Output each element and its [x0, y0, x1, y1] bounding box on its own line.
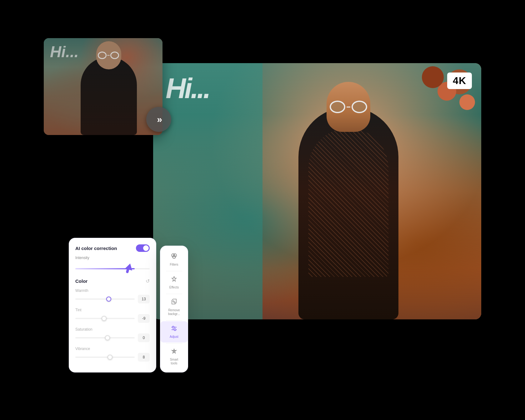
saturation-value: 0 — [138, 333, 150, 342]
before-wall-text: Hi... — [50, 43, 79, 61]
adjust-label: Adjust — [170, 335, 178, 339]
side-toolbar: Filters Effects Remove backgr... — [160, 246, 188, 372]
before-woman — [81, 57, 137, 135]
tint-thumb — [102, 316, 107, 321]
saturation-slider[interactable] — [75, 337, 135, 338]
svg-point-9 — [173, 351, 175, 352]
woman-head — [327, 82, 370, 132]
filters-icon — [171, 253, 178, 262]
smart-tools-icon — [171, 348, 178, 357]
toolbar-divider-1 — [166, 271, 182, 271]
tint-control: Tint -9 — [75, 308, 150, 323]
effects-icon — [171, 276, 178, 284]
toolbar-remove-bg[interactable]: Remove backgr... — [160, 295, 188, 320]
intensity-track — [75, 268, 150, 269]
saturation-thumb — [105, 335, 110, 340]
saturation-control: Saturation 0 — [75, 327, 150, 342]
color-correction-panel: AI color correction Intensity Color ↺ Wa… — [69, 238, 156, 372]
before-photo: Hi... — [44, 38, 162, 135]
toolbar-filters[interactable]: Filters — [160, 249, 188, 270]
reset-icon[interactable]: ↺ — [146, 278, 150, 284]
woman-glasses — [330, 99, 367, 115]
vibrance-control: Vibrance 8 — [75, 347, 150, 362]
warmth-label: Warmth — [75, 288, 150, 293]
before-after-arrow: » — [146, 107, 171, 132]
before-glasses — [98, 51, 120, 60]
tint-value: -9 — [138, 314, 150, 323]
remove-bg-icon — [171, 298, 178, 307]
svg-line-4 — [173, 300, 176, 303]
toolbar-adjust[interactable]: Adjust — [160, 321, 188, 342]
panel-header: AI color correction — [75, 244, 150, 252]
intensity-label: Intensity — [75, 256, 150, 260]
ai-color-toggle[interactable] — [136, 244, 150, 252]
remove-bg-label: Remove backgr... — [168, 308, 180, 316]
arrow-icon: » — [157, 114, 161, 125]
svg-point-8 — [174, 329, 176, 331]
adjust-icon — [171, 325, 178, 334]
warmth-value: 13 — [138, 295, 150, 303]
saturation-label: Saturation — [75, 327, 150, 332]
vibrance-thumb — [108, 355, 112, 360]
color-section-title: Color — [75, 278, 88, 284]
toolbar-smart-tools[interactable]: Smart tools — [160, 344, 188, 369]
smart-tools-label: Smart tools — [170, 358, 178, 365]
vibrance-label: Vibrance — [75, 347, 150, 351]
woman-figure — [270, 85, 427, 319]
vibrance-value: 8 — [138, 353, 150, 362]
effects-label: Effects — [169, 286, 179, 289]
warmth-thumb — [106, 297, 111, 302]
cursor-pointer-icon — [125, 262, 134, 271]
intensity-slider[interactable] — [75, 262, 150, 275]
toolbar-effects[interactable]: Effects — [160, 272, 188, 293]
before-head — [96, 41, 121, 69]
svg-line-3 — [172, 301, 175, 303]
4k-badge: 4K — [447, 72, 472, 89]
toolbar-divider-4 — [166, 343, 182, 343]
vibrance-slider[interactable] — [75, 357, 135, 358]
warmth-slider[interactable] — [75, 298, 135, 300]
wall-text-after: Hi... — [166, 72, 209, 105]
tint-slider[interactable] — [75, 318, 135, 319]
tint-label: Tint — [75, 308, 150, 312]
toggle-knob — [143, 245, 149, 251]
after-photo: Hi... — [153, 63, 481, 319]
svg-point-7 — [172, 326, 174, 328]
color-section-header: Color ↺ — [75, 278, 150, 284]
main-scene: Hi... — [44, 38, 481, 382]
intensity-cursor — [126, 263, 136, 274]
filters-label: Filters — [170, 263, 178, 267]
toolbar-divider-2 — [166, 294, 182, 294]
warmth-control: Warmth 13 — [75, 288, 150, 303]
toolbar-divider-3 — [166, 320, 182, 321]
panel-title: AI color correction — [75, 246, 117, 251]
